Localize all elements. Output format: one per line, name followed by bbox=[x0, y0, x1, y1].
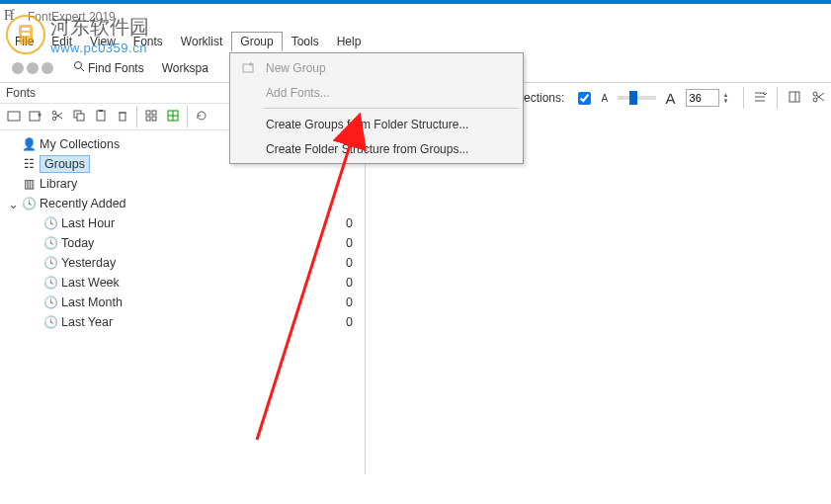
menu-item-add-fonts[interactable]: Add Fonts... bbox=[232, 80, 521, 105]
tree-label: Library bbox=[38, 177, 365, 191]
svg-rect-11 bbox=[789, 92, 799, 102]
font-size-small-icon: A bbox=[601, 93, 608, 104]
menu-fonts[interactable]: Fonts bbox=[125, 32, 172, 51]
clock-icon: 🕓 bbox=[42, 295, 59, 309]
person-icon: 👤 bbox=[20, 137, 38, 151]
menu-item-label: Create Groups from Folder Structure... bbox=[262, 118, 521, 131]
tree-today[interactable]: 🕓 Today 0 bbox=[28, 233, 365, 253]
clock-icon: 🕓 bbox=[42, 315, 59, 329]
tree-yesterday[interactable]: 🕓 Yesterday 0 bbox=[28, 253, 365, 273]
tree-last-week[interactable]: 🕓 Last Week 0 bbox=[28, 273, 365, 293]
tb-circles[interactable] bbox=[4, 58, 61, 78]
scissors-icon[interactable] bbox=[811, 90, 825, 107]
tree-count: 0 bbox=[346, 216, 353, 230]
find-fonts-label: Find Fonts bbox=[88, 61, 144, 75]
menu-item-label: Create Folder Structure from Groups... bbox=[262, 142, 521, 156]
tree-count: 0 bbox=[346, 295, 353, 309]
grid-icon[interactable] bbox=[143, 110, 159, 125]
paste-icon[interactable] bbox=[93, 110, 109, 125]
svg-rect-32 bbox=[152, 111, 156, 115]
menu-file[interactable]: File bbox=[6, 32, 42, 51]
app-icon: Ff bbox=[4, 8, 22, 26]
menu-view[interactable]: View bbox=[81, 32, 125, 51]
menu-worklist[interactable]: Worklist bbox=[172, 32, 231, 51]
font-size-big-icon: A bbox=[666, 90, 676, 107]
selections-checkbox[interactable] bbox=[578, 92, 591, 105]
svg-point-3 bbox=[12, 62, 24, 74]
clock-icon: 🕓 bbox=[42, 236, 59, 250]
line-spacing-icon[interactable] bbox=[753, 90, 767, 107]
library-icon: ▥ bbox=[20, 177, 38, 191]
clock-icon: 🕓 bbox=[42, 256, 59, 270]
clock-icon: 🕓 bbox=[42, 276, 59, 290]
svg-rect-26 bbox=[77, 114, 84, 121]
find-fonts-button[interactable]: Find Fonts bbox=[67, 58, 150, 77]
group-dropdown: New Group Add Fonts... Create Groups fro… bbox=[229, 52, 524, 164]
cut-icon[interactable] bbox=[49, 110, 65, 125]
svg-rect-34 bbox=[152, 117, 156, 121]
menu-edit[interactable]: Edit bbox=[42, 32, 81, 51]
svg-rect-33 bbox=[146, 117, 150, 121]
menu-group[interactable]: Group bbox=[231, 32, 282, 51]
svg-rect-27 bbox=[97, 111, 105, 121]
svg-point-6 bbox=[75, 62, 82, 69]
refresh-icon[interactable] bbox=[194, 110, 209, 125]
selections-label: ections: bbox=[524, 91, 564, 105]
tree-count: 0 bbox=[346, 315, 353, 329]
tree-label: Last Year bbox=[59, 315, 365, 329]
copy-icon[interactable] bbox=[71, 110, 87, 125]
workspaces-label: Workspa bbox=[162, 61, 208, 75]
search-icon bbox=[73, 60, 85, 75]
tree-count: 0 bbox=[346, 276, 353, 290]
tree-last-year[interactable]: 🕓 Last Year 0 bbox=[28, 312, 365, 332]
clock-icon: 🕓 bbox=[20, 197, 38, 210]
tree-recently-added[interactable]: ⌄ 🕓 Recently Added bbox=[6, 194, 365, 213]
tree-label: Today bbox=[59, 236, 365, 250]
delete-icon[interactable] bbox=[115, 110, 130, 125]
app-title: FontExpert 2019 bbox=[28, 10, 116, 24]
tree-label: Groups bbox=[40, 155, 90, 173]
tree-label: Recently Added bbox=[38, 197, 365, 210]
tree-count: 0 bbox=[346, 256, 353, 270]
svg-rect-31 bbox=[146, 111, 150, 115]
reset-icon[interactable] bbox=[788, 90, 801, 107]
groups-icon: ☷ bbox=[20, 157, 38, 171]
tree-label: Last Hour bbox=[59, 216, 365, 230]
svg-rect-29 bbox=[120, 113, 125, 121]
font-size-input[interactable] bbox=[686, 89, 719, 107]
right-toolbar: ections: A A ▲▼ bbox=[524, 83, 831, 113]
svg-rect-28 bbox=[99, 110, 103, 112]
new-group-icon bbox=[236, 61, 262, 75]
font-size-slider[interactable] bbox=[618, 96, 655, 100]
grid2-icon[interactable] bbox=[165, 110, 181, 125]
menu-tools[interactable]: Tools bbox=[283, 32, 328, 51]
menu-item-label: Add Fonts... bbox=[262, 86, 521, 100]
font-size-spinner[interactable]: ▲▼ bbox=[723, 92, 733, 104]
menu-item-create-folder-from-groups[interactable]: Create Folder Structure from Groups... bbox=[232, 136, 521, 161]
svg-line-7 bbox=[81, 68, 84, 71]
svg-point-4 bbox=[27, 62, 39, 74]
tree-count: 0 bbox=[346, 236, 353, 250]
clock-icon: 🕓 bbox=[42, 216, 59, 230]
svg-point-5 bbox=[42, 62, 53, 74]
svg-rect-17 bbox=[8, 112, 20, 121]
tree-last-month[interactable]: 🕓 Last Month 0 bbox=[28, 293, 365, 312]
menu-item-new-group[interactable]: New Group bbox=[232, 55, 521, 80]
chevron-down-icon[interactable]: ⌄ bbox=[6, 197, 20, 211]
tree-label: Yesterday bbox=[59, 256, 365, 270]
svg-rect-18 bbox=[30, 112, 40, 121]
menu-help[interactable]: Help bbox=[328, 32, 371, 51]
workspaces-button[interactable]: Workspa bbox=[156, 59, 214, 77]
menu-item-label: New Group bbox=[262, 61, 521, 75]
tree-label: Last Month bbox=[59, 295, 365, 309]
menu-item-create-groups-from-folder[interactable]: Create Groups from Folder Structure... bbox=[232, 112, 521, 136]
menubar: File Edit View Fonts Worklist Group Tool… bbox=[0, 30, 831, 53]
tree-library[interactable]: ▥ Library bbox=[6, 174, 365, 194]
add-folder-icon[interactable] bbox=[28, 110, 43, 125]
folder-icon[interactable] bbox=[6, 110, 22, 125]
tree-label: Last Week bbox=[59, 276, 365, 290]
tree-last-hour[interactable]: 🕓 Last Hour 0 bbox=[28, 213, 365, 233]
